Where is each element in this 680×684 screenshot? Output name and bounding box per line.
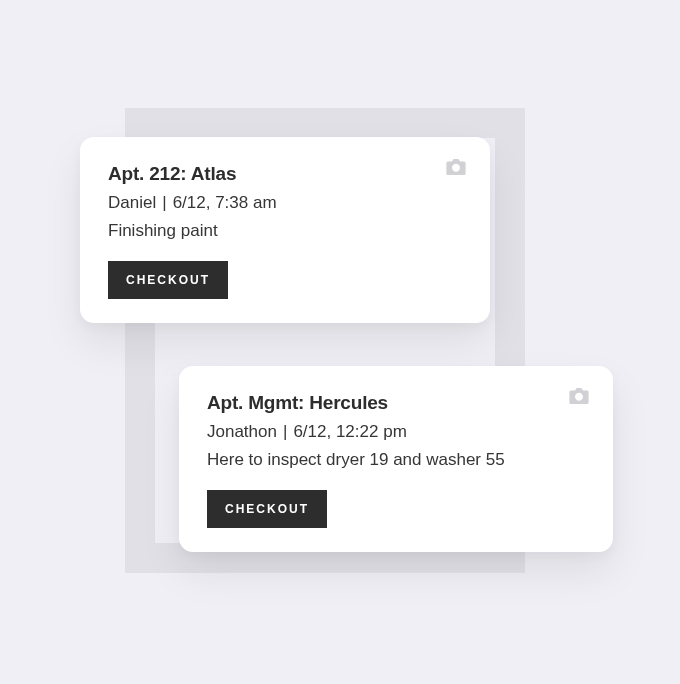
checkout-button[interactable]: CHECKOUT [108, 261, 228, 299]
meta-separator: | [283, 422, 287, 442]
camera-icon[interactable] [569, 388, 589, 404]
card-person: Daniel [108, 193, 156, 212]
card-person: Jonathon [207, 422, 277, 441]
card-meta: Jonathon|6/12, 12:22 pm [207, 422, 585, 442]
card-note: Here to inspect dryer 19 and washer 55 [207, 450, 585, 470]
card-title: Apt. Mgmt: Hercules [207, 392, 585, 414]
card-title: Apt. 212: Atlas [108, 163, 462, 185]
camera-icon[interactable] [446, 159, 466, 175]
card-meta: Daniel|6/12, 7:38 am [108, 193, 462, 213]
visit-card: Apt. Mgmt: Hercules Jonathon|6/12, 12:22… [179, 366, 613, 552]
card-note: Finishing paint [108, 221, 462, 241]
meta-separator: | [162, 193, 166, 213]
visit-card: Apt. 212: Atlas Daniel|6/12, 7:38 am Fin… [80, 137, 490, 323]
checkout-button[interactable]: CHECKOUT [207, 490, 327, 528]
card-timestamp: 6/12, 7:38 am [173, 193, 277, 212]
card-timestamp: 6/12, 12:22 pm [293, 422, 406, 441]
